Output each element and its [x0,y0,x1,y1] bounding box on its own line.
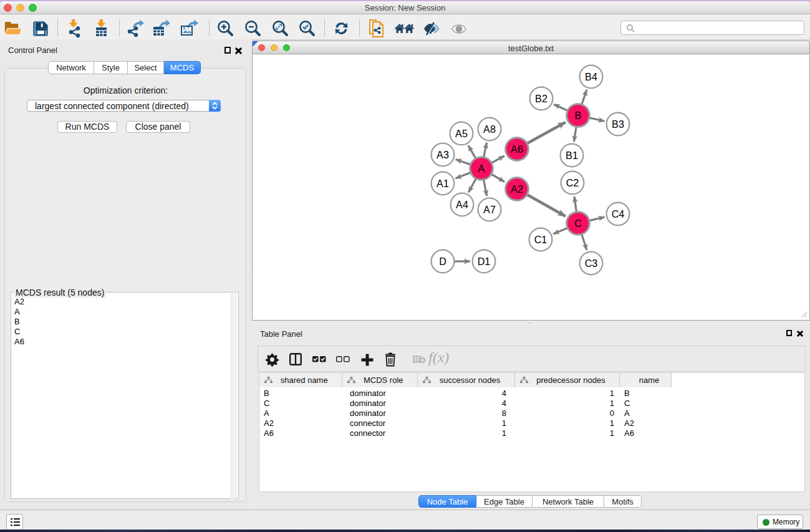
svg-text:A8: A8 [483,123,496,135]
svg-text:C: C [574,218,582,229]
svg-text:C2: C2 [566,177,579,188]
svg-text:B4: B4 [585,71,597,82]
svg-text:A3: A3 [436,149,449,160]
svg-text:B2: B2 [535,93,547,104]
svg-text:B1: B1 [566,150,578,161]
svg-text:C3: C3 [585,258,598,269]
svg-text:A6: A6 [511,143,523,155]
svg-text:D: D [439,256,446,267]
svg-text:A7: A7 [483,204,496,215]
svg-text:D1: D1 [478,256,491,267]
svg-text:A2: A2 [511,183,523,195]
svg-text:A4: A4 [456,199,468,210]
svg-text:B3: B3 [612,118,624,130]
svg-text:C1: C1 [534,234,547,245]
svg-text:A: A [478,163,485,174]
svg-text:A1: A1 [436,178,449,189]
svg-text:C4: C4 [612,208,625,220]
svg-text:A5: A5 [455,128,468,139]
svg-text:B: B [575,110,582,121]
